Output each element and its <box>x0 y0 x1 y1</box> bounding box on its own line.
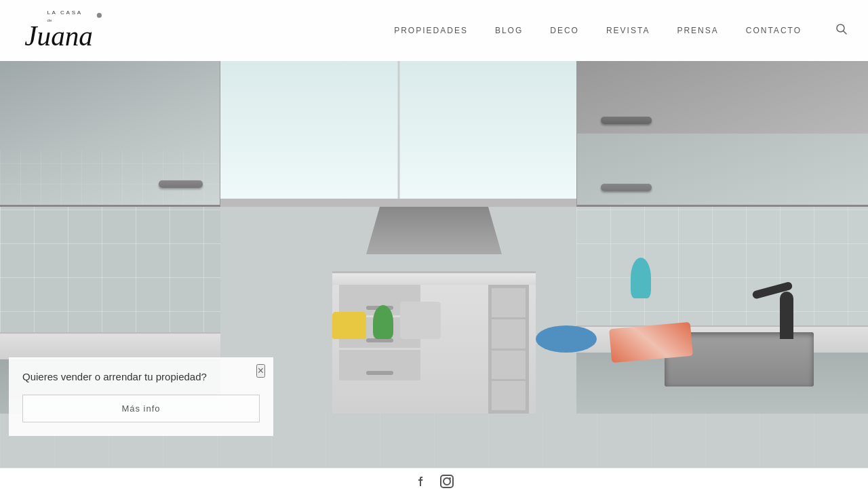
island-shelf-3 <box>492 351 526 380</box>
nav-revista[interactable]: REVISTA <box>606 26 650 35</box>
svg-text:LA CASA: LA CASA <box>47 9 82 15</box>
cabinet-upper-right-bottom <box>577 134 868 205</box>
kitchen-towel <box>609 322 693 363</box>
popup-title: Quieres vender o arrendar tu propiedad? <box>22 371 260 382</box>
yellow-pot <box>332 312 366 339</box>
kitchen-scale <box>400 302 441 339</box>
island-drawer-3 <box>339 350 420 380</box>
island-shelf-4 <box>492 381 526 410</box>
cabinet-upper-right-top <box>577 61 868 136</box>
window-divider <box>397 61 399 204</box>
main-nav: PROPIEDADES BLOG DECO REVISTA PRENSA CON… <box>394 23 848 38</box>
popup-close-button[interactable]: × <box>256 364 265 378</box>
range-hood <box>366 207 502 254</box>
fruit-bowl <box>536 325 597 353</box>
cabinet-handle-bottom <box>601 184 652 191</box>
header: LA CASA de Juana PROPIEDADES BLOG DECO R… <box>0 0 868 61</box>
counter-left <box>0 332 220 359</box>
cabinet-handle <box>159 180 203 188</box>
logo-svg: LA CASA de Juana <box>20 2 102 60</box>
cabinet-upper-left <box>0 61 220 207</box>
nav-propiedades[interactable]: PROPIEDADES <box>394 26 468 35</box>
island-top <box>332 271 536 285</box>
svg-point-3 <box>97 13 102 18</box>
cabinet-tiles <box>0 151 220 205</box>
window-sill <box>220 199 576 204</box>
kitchen-faucet <box>780 292 793 339</box>
search-icon[interactable] <box>835 23 848 38</box>
instagram-icon-shape <box>440 475 454 488</box>
logo[interactable]: LA CASA de Juana <box>20 2 102 60</box>
svg-line-5 <box>844 31 847 35</box>
nav-prensa[interactable]: PRENSA <box>677 26 718 35</box>
utensil-holder <box>631 258 651 298</box>
cabinet-handle-top <box>601 117 652 124</box>
window-center <box>220 61 576 207</box>
footer <box>0 468 868 497</box>
mas-info-button[interactable]: Más info <box>22 395 260 422</box>
popup-sell-rent: × Quieres vender o arrendar tu propiedad… <box>9 357 273 436</box>
svg-text:Juana: Juana <box>24 20 93 52</box>
counter-decor <box>332 285 536 339</box>
instagram-icon[interactable] <box>440 475 454 492</box>
cabinet-upper-right <box>576 61 868 207</box>
nav-contacto[interactable]: CONTACTO <box>746 26 802 35</box>
nav-deco[interactable]: DECO <box>550 26 579 35</box>
nav-blog[interactable]: BLOG <box>495 26 523 35</box>
facebook-icon[interactable] <box>414 475 427 491</box>
plant <box>373 305 393 339</box>
